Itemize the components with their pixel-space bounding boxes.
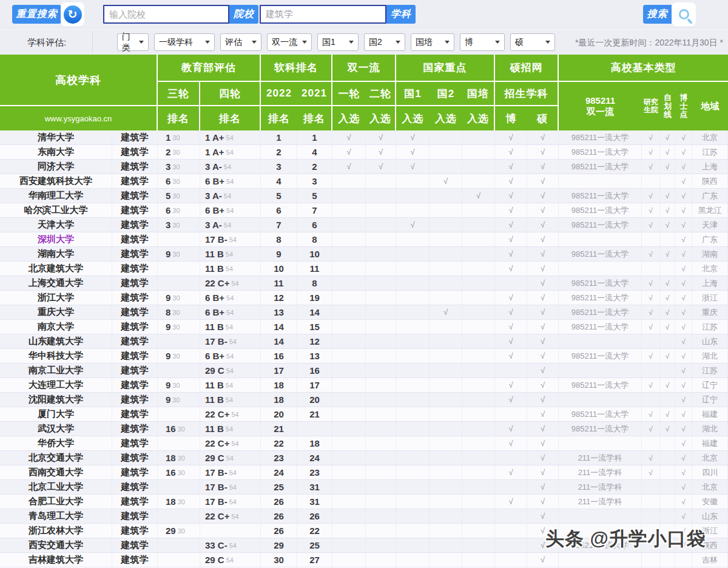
table-row: 华中科技大学建筑学9306 B+541613√√985211一流大学√√√湖北 [0, 349, 728, 363]
filter-dropdown-8[interactable]: 博 [460, 33, 505, 51]
cell-national-key-2 [430, 524, 462, 538]
university-link[interactable]: 合肥工业大学 [0, 495, 112, 509]
university-link[interactable]: 西安交通大学 [0, 538, 112, 552]
filter-dropdown-3[interactable]: 评估 [220, 33, 261, 51]
search-button[interactable]: 搜索 [643, 5, 672, 24]
check-mark: √ [649, 294, 653, 302]
university-link[interactable]: 湖南大学 [0, 247, 112, 261]
filter-dropdown-7[interactable]: 国培 [411, 33, 454, 51]
university-link[interactable]: 重庆大学 [0, 305, 112, 319]
university-link[interactable]: 同济大学 [0, 160, 112, 174]
university-link[interactable]: 华南理工大学 [0, 189, 112, 203]
university-link[interactable]: 山东建筑大学 [0, 334, 112, 348]
cell-rank-2021: 26 [297, 509, 332, 523]
filter-dropdown-5[interactable]: 国1 [317, 33, 359, 51]
university-link[interactable]: 西安建筑科技大学 [0, 174, 112, 188]
cell-rank-2022: 21 [261, 422, 297, 436]
check-mark: √ [681, 294, 686, 302]
subject-search-button[interactable]: 学科 [386, 5, 416, 24]
filter-dropdown-9[interactable]: 硕 [510, 33, 555, 51]
cell-region: 福建 [692, 407, 728, 421]
table-row: 南京工业大学建筑学29 C541716√√江苏 [0, 363, 728, 378]
cell-national-key-1 [396, 334, 430, 348]
watermark-text: 头条 @升学小口袋 [545, 526, 706, 552]
cell-double-first-round2: √ [366, 145, 396, 159]
cell-subject: 建筑学 [112, 130, 158, 144]
university-link[interactable]: 上海交通大学 [0, 276, 112, 290]
cell-self-line [660, 465, 675, 479]
university-link[interactable]: 青岛理工大学 [0, 509, 112, 523]
university-link[interactable]: 西南交通大学 [0, 465, 112, 479]
university-link[interactable]: 大连理工大学 [0, 378, 112, 392]
top-search-bar: 重置搜索 ↻ 院校 学科 搜索 [0, 0, 728, 29]
university-link[interactable]: 东南大学 [0, 145, 112, 159]
university-link[interactable]: 北京建筑大学 [0, 262, 112, 276]
university-link[interactable]: 吉林建筑大学 [0, 553, 112, 567]
filter-dropdown-2[interactable]: 一级学科 [154, 33, 215, 51]
cell-national-cultivate [462, 524, 495, 538]
cell-subject: 建筑学 [112, 363, 158, 377]
school-input[interactable] [103, 5, 229, 24]
refresh-button[interactable]: ↻ [61, 2, 84, 26]
cell-subject: 建筑学 [112, 524, 158, 538]
cell-region: 辽宁 [692, 393, 728, 407]
cell-national-key-1 [396, 291, 430, 305]
search-icon-button[interactable] [672, 2, 696, 26]
university-link[interactable]: 华中科技大学 [0, 349, 112, 363]
cell-rank-2022: 23 [261, 451, 297, 465]
cell-rank-2021: 5 [297, 189, 332, 203]
check-mark: √ [508, 147, 513, 157]
cell-national-cultivate [462, 320, 495, 334]
university-link[interactable]: 清华大学 [0, 130, 112, 144]
cell-self-line: √ [660, 130, 675, 144]
header-grad-school: 研究 生院 [642, 82, 660, 130]
cell-phd-point: √ [675, 378, 692, 392]
school-search-button[interactable]: 院校 [229, 5, 258, 24]
cell-national-cultivate [462, 480, 495, 494]
cell-double-first-round2 [366, 189, 396, 203]
cell-national-key-1 [396, 262, 430, 276]
university-link[interactable]: 南京大学 [0, 320, 112, 334]
cell-grad-school: √ [642, 349, 660, 363]
check-mark: √ [541, 526, 545, 535]
cell-double-first-round2 [366, 174, 396, 188]
cell-rank-2022: 7 [261, 218, 297, 232]
university-link[interactable]: 深圳大学 [0, 232, 112, 246]
cell-national-cultivate [462, 247, 495, 261]
check-mark: √ [649, 308, 653, 317]
check-mark: √ [681, 512, 686, 521]
university-link[interactable]: 北京交通大学 [0, 451, 112, 465]
cell-double-first-round1 [332, 538, 366, 552]
university-link[interactable]: 华侨大学 [0, 436, 112, 450]
subject-input[interactable] [260, 5, 386, 24]
university-link[interactable]: 哈尔滨工业大学 [0, 203, 112, 217]
check-mark: √ [541, 337, 545, 346]
chevron-down-icon [139, 41, 144, 44]
cell-master-enroll: √ [527, 553, 559, 567]
university-link[interactable]: 厦门大学 [0, 407, 112, 421]
cell-national-cultivate [462, 495, 495, 509]
university-link[interactable]: 南京工业大学 [0, 363, 112, 377]
cell-subject: 建筑学 [112, 218, 158, 232]
cell-master-enroll: √ [527, 305, 559, 319]
university-link[interactable]: 天津大学 [0, 218, 112, 232]
cell-round3-rank [158, 480, 200, 494]
cell-rank-2021: 6 [297, 218, 332, 232]
cell-national-key-2 [430, 480, 462, 494]
university-link[interactable]: 沈阳建筑大学 [0, 393, 112, 407]
university-link[interactable]: 北京工业大学 [0, 480, 112, 494]
cell-national-key-1 [396, 378, 430, 392]
university-link[interactable]: 浙江农林大学 [0, 524, 112, 538]
filter-dropdown-6[interactable]: 国2 [364, 33, 405, 51]
cell-grad-school [642, 495, 660, 509]
university-link[interactable]: 浙江大学 [0, 291, 112, 305]
filter-dropdown-1[interactable]: 门类 [117, 33, 149, 51]
header-soft-rank: 软科排名 [261, 55, 332, 82]
reset-search-button[interactable]: 重置搜索 [12, 5, 61, 24]
cell-rank-2021: 3 [297, 174, 332, 188]
cell-self-line [660, 509, 675, 523]
header-selected: 入选 [430, 106, 462, 130]
filter-dropdown-4[interactable]: 双一流 [267, 33, 312, 51]
cell-rank-2021: 15 [297, 320, 332, 334]
university-link[interactable]: 武汉大学 [0, 422, 112, 436]
